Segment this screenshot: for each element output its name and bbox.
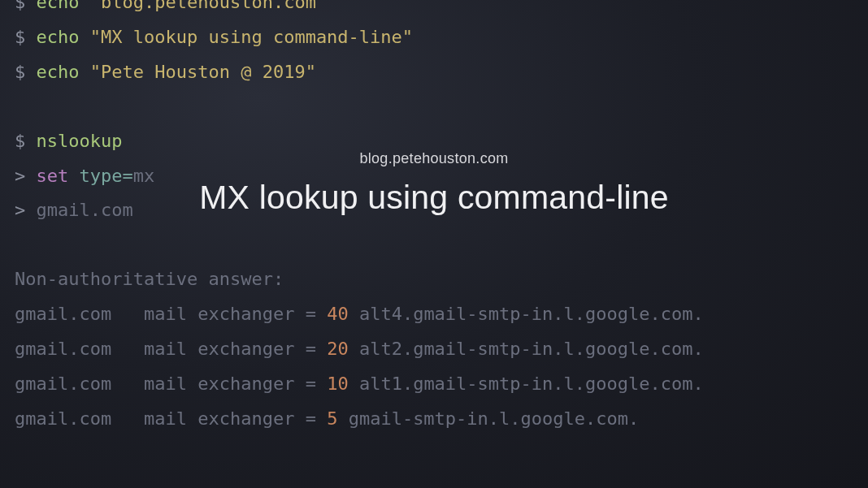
terminal-line: $ nslookup — [15, 124, 853, 159]
record-domain: gmail.com — [15, 374, 111, 394]
equals: = — [122, 166, 132, 186]
prompt: $ — [15, 62, 37, 82]
variable: type — [80, 166, 123, 186]
terminal-line: > gmail.com — [15, 193, 853, 228]
record-host: alt4.gmail-smtp-in.l.google.com. — [359, 304, 704, 324]
record-label: mail exchanger — [144, 304, 294, 324]
value: mx — [133, 166, 155, 186]
record-eq: = — [306, 339, 316, 359]
record-priority: 40 — [327, 304, 349, 324]
record-host: gmail-smtp-in.l.google.com. — [349, 408, 640, 429]
command: echo — [37, 0, 80, 12]
sub-prompt: > — [15, 166, 37, 186]
record-label: mail exchanger — [144, 408, 294, 429]
sub-prompt: > — [15, 200, 37, 220]
record-host: alt2.gmail-smtp-in.l.google.com. — [359, 339, 704, 359]
mx-record: gmail.com mail exchanger = 10 alt1.gmail… — [15, 367, 853, 402]
record-eq: = — [306, 304, 316, 324]
prompt: $ — [15, 131, 37, 151]
mx-record: gmail.com mail exchanger = 5 gmail-smtp-… — [15, 402, 853, 437]
terminal-line: $ echo "Pete Houston @ 2019" — [15, 55, 853, 90]
record-domain: gmail.com — [15, 339, 111, 359]
record-label: mail exchanger — [144, 339, 294, 359]
command-arg: "blog.petehouston.com" — [79, 0, 327, 12]
keyword: set — [37, 166, 69, 186]
command: echo — [37, 62, 80, 82]
record-priority: 20 — [327, 339, 349, 359]
command: echo — [37, 27, 80, 47]
record-priority: 10 — [327, 374, 349, 394]
terminal-line: $ echo "MX lookup using command-line" — [15, 20, 853, 55]
terminal-output: $ echo "blog.petehouston.com" $ echo "MX… — [0, 0, 868, 488]
query-domain: gmail.com — [37, 200, 133, 220]
prompt: $ — [15, 0, 37, 12]
record-eq: = — [306, 374, 316, 394]
terminal-line: > set type=mx — [15, 159, 853, 194]
record-priority: 5 — [327, 408, 337, 429]
record-label: mail exchanger — [144, 374, 294, 394]
mx-record: gmail.com mail exchanger = 20 alt2.gmail… — [15, 332, 853, 367]
record-domain: gmail.com — [15, 304, 111, 324]
record-eq: = — [306, 408, 316, 429]
record-domain: gmail.com — [15, 408, 111, 429]
mx-record: gmail.com mail exchanger = 40 alt4.gmail… — [15, 297, 853, 332]
prompt: $ — [15, 27, 37, 47]
command: nslookup — [37, 131, 123, 151]
terminal-line: $ echo "blog.petehouston.com" — [15, 0, 853, 20]
command-arg: "MX lookup using command-line" — [79, 27, 413, 47]
command-arg: "Pete Houston @ 2019" — [79, 62, 315, 82]
record-host: alt1.gmail-smtp-in.l.google.com. — [359, 374, 704, 394]
answer-header: Non-authoritative answer: — [15, 262, 853, 297]
